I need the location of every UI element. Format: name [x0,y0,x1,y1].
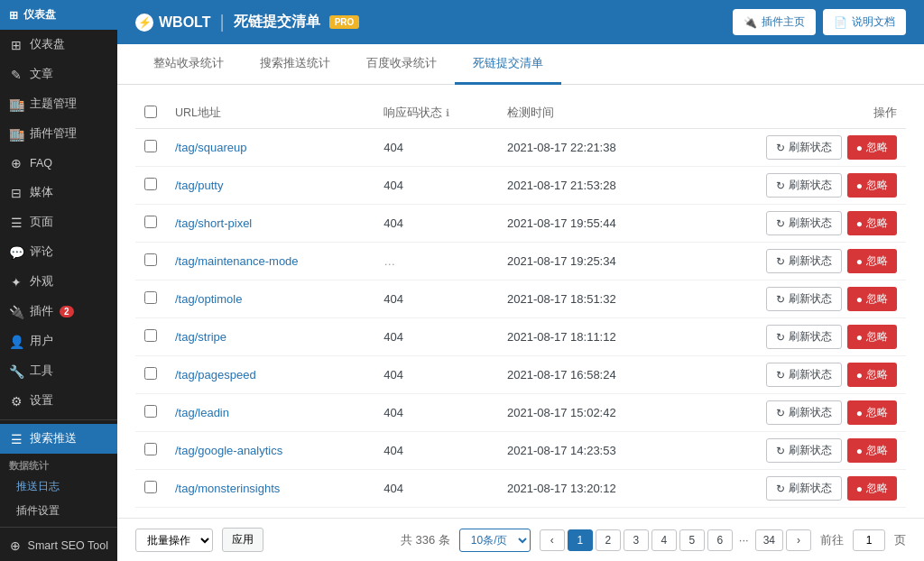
sidebar: ⊞ 仪表盘 ⊞ 仪表盘 ✎ 文章 🏬 主题管理 🏬 插件管理 ⊕ FAQ ⊟ 媒… [0,0,117,561]
row-checkbox-3[interactable] [144,253,157,266]
sidebar-item-plugins[interactable]: 🔌 插件 2 [0,297,117,326]
delete-button-3[interactable]: ● 忽略 [847,249,897,273]
tab-dead-links[interactable]: 死链提交清单 [455,44,561,85]
delete-button-1[interactable]: ● 忽略 [847,173,897,198]
row-checkbox-4[interactable] [144,291,157,304]
action-btns-0: ↻ 刷新状态 ● 忽略 [695,135,897,160]
sidebar-item-smart-seo[interactable]: ⊕ Smart SEO Tool [0,531,117,560]
refresh-button-7[interactable]: ↻ 刷新状态 [766,400,842,425]
action-btns-7: ↻ 刷新状态 ● 忽略 [695,400,897,425]
url-link-9[interactable]: /tag/monsterinsights [175,482,280,495]
table-row: /tag/optimole 404 2021-08-17 18:51:32 ↻ … [135,280,906,318]
prev-page-button[interactable]: ‹ [540,529,565,551]
refresh-button-4[interactable]: ↻ 刷新状态 [766,287,842,311]
refresh-button-8[interactable]: ↻ 刷新状态 [766,438,842,463]
sidebar-item-label: 主题管理 [30,97,77,112]
sidebar-item-tools[interactable]: 🔧 工具 [0,356,117,386]
page-6-button[interactable]: 6 [707,529,733,551]
page-4-button[interactable]: 4 [651,529,677,551]
per-page-select[interactable]: 10条/页 20条/页 50条/页 [459,529,531,552]
row-checkbox-0[interactable] [144,140,157,152]
refresh-button-2[interactable]: ↻ 刷新状态 [766,211,842,235]
page-2-button[interactable]: 2 [596,529,621,551]
row-checkbox-8[interactable] [144,443,157,455]
goto-page-input[interactable] [853,529,885,551]
row-checkbox-5[interactable] [144,329,157,342]
page-34-button[interactable]: 34 [755,529,783,551]
url-link-2[interactable]: /tag/short-pixel [175,216,252,230]
refresh-button-1[interactable]: ↻ 刷新状态 [766,173,842,198]
sidebar-sub-plugin-settings[interactable]: 插件设置 [0,499,117,523]
sidebar-item-label: 仪表盘 [30,37,65,52]
row-checkbox-7[interactable] [144,405,157,418]
smart-seo-label: Smart SEO Tool [28,539,108,552]
refresh-button-6[interactable]: ↻ 刷新状态 [766,363,842,387]
delete-button-5[interactable]: ● 忽略 [847,325,897,349]
sidebar-divider-2 [0,527,117,528]
sidebar-divider [0,419,117,420]
push-log-label: 推送日志 [16,479,60,494]
sidebar-item-plugins-mgr[interactable]: 🏬 插件管理 [0,119,117,149]
bulk-action-select[interactable]: 批量操作 [135,529,213,552]
delete-button-8[interactable]: ● 忽略 [847,438,897,463]
docs-button[interactable]: 📄 说明文档 [823,9,906,35]
select-all-checkbox[interactable] [144,106,157,118]
main-area: ⚡ WBOLT | 死链提交清单 PRO 🔌 插件主页 📄 说明文档 整站收录统… [117,0,924,561]
sidebar-item-themes[interactable]: 🏬 主题管理 [0,89,117,119]
table-row: /tag/stripe 404 2021-08-17 18:11:12 ↻ 刷新… [135,318,906,356]
delete-button-2[interactable]: ● 忽略 [847,211,897,235]
content-area: URL地址 响应码状态 ℹ 检测时间 操作 /tag/squareup [117,85,924,518]
apply-button[interactable]: 应用 [222,528,263,552]
url-link-6[interactable]: /tag/pagespeed [175,368,256,382]
page-3-button[interactable]: 3 [624,529,649,551]
sidebar-item-search-push[interactable]: ☰ 搜索推送 [0,424,117,454]
url-link-0[interactable]: /tag/squareup [175,141,247,154]
tools-icon: 🔧 [9,364,23,379]
delete-button-7[interactable]: ● 忽略 [847,400,897,425]
sidebar-item-pages[interactable]: ☰ 页面 [0,207,117,237]
sidebar-item-appearance[interactable]: ✦ 外观 [0,267,117,297]
sidebar-item-dashboard[interactable]: ⊞ 仪表盘 [0,30,117,60]
time-cell-8: 2021-08-17 14:23:53 [498,432,686,470]
refresh-button-3[interactable]: ↻ 刷新状态 [766,249,842,273]
url-link-8[interactable]: /tag/google-analytics [175,444,282,457]
sidebar-item-media[interactable]: ⊟ 媒体 [0,178,117,207]
refresh-icon-1: ↻ [776,179,785,192]
row-checkbox-6[interactable] [144,367,157,380]
row-checkbox-2[interactable] [144,216,157,228]
refresh-icon-6: ↻ [776,369,785,382]
time-cell-5: 2021-08-17 18:11:12 [498,318,686,356]
refresh-button-5[interactable]: ↻ 刷新状态 [766,325,842,349]
page-5-button[interactable]: 5 [679,529,705,551]
row-checkbox-9[interactable] [144,481,157,493]
time-cell-9: 2021-08-17 13:20:12 [498,470,686,508]
url-link-7[interactable]: /tag/leadin [175,406,229,419]
url-link-3[interactable]: /tag/maintenance-mode [175,254,299,268]
delete-button-0[interactable]: ● 忽略 [847,135,897,160]
header-logo-text: WBOLT [159,14,210,31]
media-icon: ⊟ [9,186,23,200]
tab-search-push[interactable]: 搜索推送统计 [242,44,348,85]
sidebar-item-users[interactable]: 👤 用户 [0,326,117,356]
refresh-button-0[interactable]: ↻ 刷新状态 [766,135,842,160]
page-1-button[interactable]: 1 [568,529,593,551]
url-link-1[interactable]: /tag/putty [175,179,223,192]
sidebar-sub-push-log[interactable]: 推送日志 [0,474,117,499]
refresh-button-9[interactable]: ↻ 刷新状态 [766,476,842,501]
time-cell-1: 2021-08-17 21:53:28 [498,167,686,205]
tab-site-stats[interactable]: 整站收录统计 [135,44,242,85]
sidebar-item-faq[interactable]: ⊕ FAQ [0,149,117,178]
delete-button-9[interactable]: ● 忽略 [847,476,897,501]
url-link-5[interactable]: /tag/stripe [175,330,226,344]
plugin-home-button[interactable]: 🔌 插件主页 [733,9,816,35]
row-checkbox-1[interactable] [144,178,157,190]
next-page-button[interactable]: › [786,529,811,551]
tab-baidu-stats[interactable]: 百度收录统计 [348,44,455,85]
sidebar-item-posts[interactable]: ✎ 文章 [0,60,117,89]
url-link-4[interactable]: /tag/optimole [175,292,242,306]
delete-button-6[interactable]: ● 忽略 [847,363,897,387]
delete-button-4[interactable]: ● 忽略 [847,287,897,311]
sidebar-item-settings[interactable]: ⚙ 设置 [0,386,117,416]
sidebar-item-comments[interactable]: 💬 评论 [0,237,117,267]
header-separator: | [219,12,224,32]
